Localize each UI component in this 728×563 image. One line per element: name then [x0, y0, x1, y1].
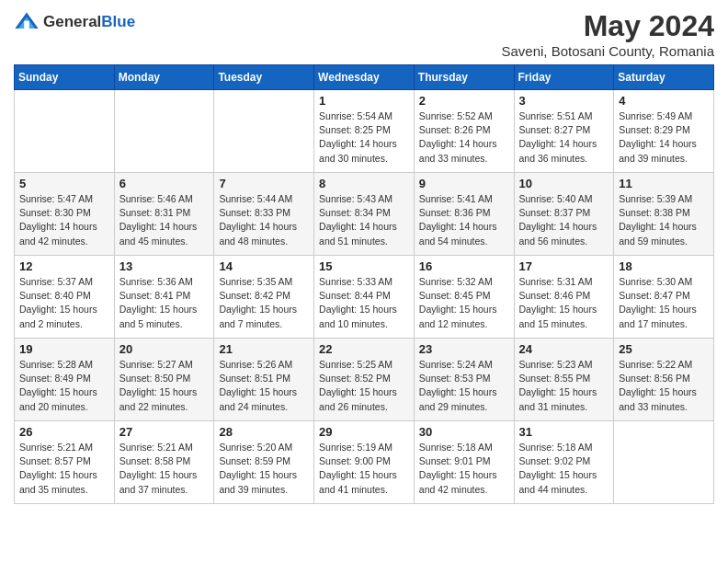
day-number: 4 — [619, 94, 709, 108]
day-number: 27 — [119, 425, 210, 439]
calendar-day-cell: 20Sunrise: 5:27 AMSunset: 8:50 PMDayligh… — [114, 339, 214, 421]
day-number: 21 — [219, 342, 309, 356]
day-number: 19 — [19, 342, 109, 356]
day-number: 26 — [19, 425, 109, 439]
day-header-sunday: Sunday — [15, 65, 115, 90]
calendar-day-cell: 27Sunrise: 5:21 AMSunset: 8:58 PMDayligh… — [114, 421, 214, 504]
day-number: 22 — [319, 342, 409, 356]
calendar-day-cell: 8Sunrise: 5:43 AMSunset: 8:34 PMDaylight… — [314, 173, 415, 256]
day-number: 29 — [319, 425, 409, 439]
day-header-saturday: Saturday — [614, 65, 714, 90]
day-info: Sunrise: 5:49 AMSunset: 8:29 PMDaylight:… — [619, 109, 709, 166]
calendar-day-cell: 1Sunrise: 5:54 AMSunset: 8:25 PMDaylight… — [314, 90, 415, 173]
calendar-day-cell — [214, 90, 314, 173]
day-info: Sunrise: 5:23 AMSunset: 8:55 PMDaylight:… — [519, 358, 609, 414]
calendar-day-cell: 22Sunrise: 5:25 AMSunset: 8:52 PMDayligh… — [314, 339, 415, 421]
calendar-week-row: 1Sunrise: 5:54 AMSunset: 8:25 PMDaylight… — [15, 90, 714, 173]
day-number: 2 — [419, 94, 509, 108]
day-number: 11 — [619, 177, 709, 190]
day-header-monday: Monday — [114, 65, 214, 90]
day-number: 18 — [619, 259, 709, 273]
day-info: Sunrise: 5:41 AMSunset: 8:36 PMDaylight:… — [419, 192, 509, 248]
logo: GeneralBlue — [14, 9, 135, 35]
calendar-day-cell: 13Sunrise: 5:36 AMSunset: 8:41 PMDayligh… — [114, 256, 214, 339]
day-info: Sunrise: 5:18 AMSunset: 9:01 PMDaylight:… — [419, 441, 509, 497]
calendar-day-cell: 17Sunrise: 5:31 AMSunset: 8:46 PMDayligh… — [514, 256, 614, 339]
calendar-day-cell: 11Sunrise: 5:39 AMSunset: 8:38 PMDayligh… — [614, 173, 714, 256]
logo-icon — [14, 9, 40, 35]
calendar-day-cell — [114, 90, 214, 173]
calendar-table: SundayMondayTuesdayWednesdayThursdayFrid… — [14, 64, 714, 504]
calendar-day-cell: 15Sunrise: 5:33 AMSunset: 8:44 PMDayligh… — [314, 256, 415, 339]
calendar-header-row: SundayMondayTuesdayWednesdayThursdayFrid… — [15, 65, 714, 90]
calendar-day-cell: 3Sunrise: 5:51 AMSunset: 8:27 PMDaylight… — [514, 90, 614, 173]
calendar-day-cell: 2Sunrise: 5:52 AMSunset: 8:26 PMDaylight… — [414, 90, 514, 173]
logo-general: General — [43, 13, 101, 30]
calendar-day-cell: 28Sunrise: 5:20 AMSunset: 8:59 PMDayligh… — [214, 421, 314, 504]
subtitle: Saveni, Botosani County, Romania — [501, 43, 714, 59]
day-header-friday: Friday — [514, 65, 614, 90]
day-info: Sunrise: 5:46 AMSunset: 8:31 PMDaylight:… — [119, 192, 210, 248]
day-info: Sunrise: 5:21 AMSunset: 8:57 PMDaylight:… — [19, 441, 109, 497]
day-info: Sunrise: 5:31 AMSunset: 8:46 PMDaylight:… — [519, 275, 609, 331]
calendar-week-row: 5Sunrise: 5:47 AMSunset: 8:30 PMDaylight… — [15, 173, 714, 256]
day-info: Sunrise: 5:33 AMSunset: 8:44 PMDaylight:… — [319, 275, 409, 331]
day-number: 13 — [119, 259, 210, 273]
calendar-day-cell: 7Sunrise: 5:44 AMSunset: 8:33 PMDaylight… — [214, 173, 314, 256]
logo-blue: Blue — [101, 13, 135, 30]
day-info: Sunrise: 5:18 AMSunset: 9:02 PMDaylight:… — [519, 441, 609, 497]
day-number: 15 — [319, 259, 409, 273]
calendar-day-cell: 26Sunrise: 5:21 AMSunset: 8:57 PMDayligh… — [15, 421, 115, 504]
day-info: Sunrise: 5:36 AMSunset: 8:41 PMDaylight:… — [119, 275, 210, 331]
day-info: Sunrise: 5:28 AMSunset: 8:49 PMDaylight:… — [19, 358, 109, 414]
day-info: Sunrise: 5:37 AMSunset: 8:40 PMDaylight:… — [19, 275, 109, 331]
calendar-day-cell: 24Sunrise: 5:23 AMSunset: 8:55 PMDayligh… — [514, 339, 614, 421]
calendar-day-cell: 5Sunrise: 5:47 AMSunset: 8:30 PMDaylight… — [15, 173, 115, 256]
day-info: Sunrise: 5:26 AMSunset: 8:51 PMDaylight:… — [219, 358, 309, 414]
day-info: Sunrise: 5:40 AMSunset: 8:37 PMDaylight:… — [519, 192, 609, 248]
calendar-week-row: 26Sunrise: 5:21 AMSunset: 8:57 PMDayligh… — [15, 421, 714, 504]
day-info: Sunrise: 5:44 AMSunset: 8:33 PMDaylight:… — [219, 192, 309, 248]
day-number: 24 — [519, 342, 609, 356]
day-info: Sunrise: 5:20 AMSunset: 8:59 PMDaylight:… — [219, 441, 309, 497]
day-info: Sunrise: 5:32 AMSunset: 8:45 PMDaylight:… — [419, 275, 509, 331]
day-number: 3 — [519, 94, 609, 108]
calendar-day-cell: 23Sunrise: 5:24 AMSunset: 8:53 PMDayligh… — [414, 339, 514, 421]
day-number: 6 — [119, 177, 210, 190]
day-info: Sunrise: 5:30 AMSunset: 8:47 PMDaylight:… — [619, 275, 709, 331]
calendar-day-cell — [614, 421, 714, 504]
day-info: Sunrise: 5:27 AMSunset: 8:50 PMDaylight:… — [119, 358, 210, 414]
day-header-wednesday: Wednesday — [314, 65, 415, 90]
day-info: Sunrise: 5:24 AMSunset: 8:53 PMDaylight:… — [419, 358, 509, 414]
calendar-day-cell: 14Sunrise: 5:35 AMSunset: 8:42 PMDayligh… — [214, 256, 314, 339]
day-info: Sunrise: 5:19 AMSunset: 9:00 PMDaylight:… — [319, 441, 409, 497]
day-info: Sunrise: 5:43 AMSunset: 8:34 PMDaylight:… — [319, 192, 409, 248]
calendar-day-cell: 6Sunrise: 5:46 AMSunset: 8:31 PMDaylight… — [114, 173, 214, 256]
calendar-day-cell: 18Sunrise: 5:30 AMSunset: 8:47 PMDayligh… — [614, 256, 714, 339]
calendar-day-cell: 10Sunrise: 5:40 AMSunset: 8:37 PMDayligh… — [514, 173, 614, 256]
calendar-day-cell: 31Sunrise: 5:18 AMSunset: 9:02 PMDayligh… — [514, 421, 614, 504]
calendar-day-cell: 21Sunrise: 5:26 AMSunset: 8:51 PMDayligh… — [214, 339, 314, 421]
page-header: GeneralBlue May 2024 Saveni, Botosani Co… — [14, 9, 714, 59]
day-info: Sunrise: 5:39 AMSunset: 8:38 PMDaylight:… — [619, 192, 709, 248]
calendar-day-cell: 9Sunrise: 5:41 AMSunset: 8:36 PMDaylight… — [414, 173, 514, 256]
day-info: Sunrise: 5:22 AMSunset: 8:56 PMDaylight:… — [619, 358, 709, 414]
main-title: May 2024 — [501, 9, 714, 43]
day-info: Sunrise: 5:52 AMSunset: 8:26 PMDaylight:… — [419, 109, 509, 166]
title-area: May 2024 Saveni, Botosani County, Romani… — [501, 9, 714, 59]
day-info: Sunrise: 5:54 AMSunset: 8:25 PMDaylight:… — [319, 109, 409, 166]
calendar-day-cell: 12Sunrise: 5:37 AMSunset: 8:40 PMDayligh… — [15, 256, 115, 339]
day-number: 12 — [19, 259, 109, 273]
day-number: 16 — [419, 259, 509, 273]
day-header-thursday: Thursday — [414, 65, 514, 90]
day-number: 14 — [219, 259, 309, 273]
calendar-day-cell: 30Sunrise: 5:18 AMSunset: 9:01 PMDayligh… — [414, 421, 514, 504]
day-number: 31 — [519, 425, 609, 439]
svg-rect-2 — [24, 21, 29, 29]
calendar-day-cell: 19Sunrise: 5:28 AMSunset: 8:49 PMDayligh… — [15, 339, 115, 421]
day-info: Sunrise: 5:47 AMSunset: 8:30 PMDaylight:… — [19, 192, 109, 248]
day-info: Sunrise: 5:35 AMSunset: 8:42 PMDaylight:… — [219, 275, 309, 331]
day-number: 1 — [319, 94, 409, 108]
calendar-day-cell: 29Sunrise: 5:19 AMSunset: 9:00 PMDayligh… — [314, 421, 415, 504]
calendar-day-cell: 16Sunrise: 5:32 AMSunset: 8:45 PMDayligh… — [414, 256, 514, 339]
